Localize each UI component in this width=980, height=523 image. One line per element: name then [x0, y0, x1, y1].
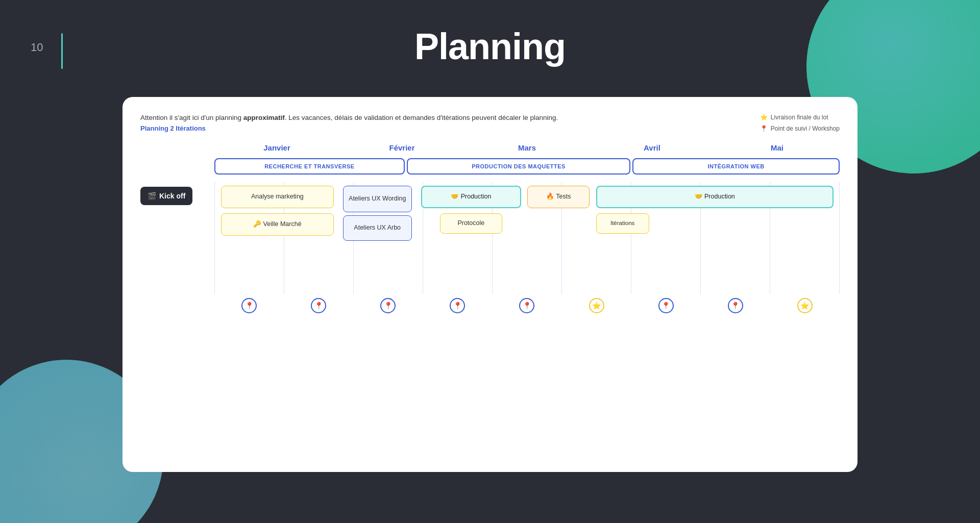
milestone-col-4: 📍: [423, 298, 492, 313]
task-production-2: 🤝 Production: [596, 186, 834, 208]
task-protocole: Protocole: [440, 213, 502, 234]
pin-icon-5: 📍: [523, 302, 531, 310]
task-iterations: Itérations: [596, 213, 649, 234]
pin-icon-1: 📍: [245, 302, 254, 310]
star-icon-2: ⭐: [800, 302, 809, 310]
task-analyse-marketing: Analyse marketing: [221, 186, 333, 208]
star-icon-1: ⭐: [592, 302, 601, 310]
tasks-overlay: Analyse marketing 🔑 Veille Marché Atelie…: [215, 182, 840, 294]
kickoff-label: Kick off: [159, 192, 185, 200]
grid-area: 🎬 Kick off Analyse marketing: [140, 182, 840, 294]
milestone-col-6: ⭐: [562, 298, 631, 313]
milestones-row: 📍 📍 📍 📍 📍 ⭐: [140, 298, 840, 313]
left-col: 🎬 Kick off: [140, 182, 214, 294]
milestone-pin-5: 📍: [519, 298, 534, 313]
month-fevrier: Février: [339, 143, 464, 156]
milestone-star-2: ⭐: [797, 298, 813, 313]
milestone-pin-1: 📍: [241, 298, 257, 313]
phases-row: RECHERCHE ET TRANSVERSE PRODUCTION DES M…: [140, 158, 840, 175]
legend-label-2: Point de suivi / Workshop: [771, 123, 840, 135]
month-janvier: Janvier: [214, 143, 339, 156]
grid-columns: Analyse marketing 🔑 Veille Marché Atelie…: [214, 182, 840, 294]
attention-text-before: Attention il s'agit ici d'un planning: [140, 114, 243, 121]
milestone-col-1: 📍: [214, 298, 284, 313]
legend: ⭐ Livraison finale du lot 📍 Point de sui…: [760, 112, 840, 134]
milestone-pin-3: 📍: [380, 298, 396, 313]
planning-card: Attention il s'agit ici d'un planning ap…: [122, 97, 857, 472]
milestone-col-7: 📍: [631, 298, 701, 313]
pin-icon-6: 📍: [662, 302, 670, 310]
task-production-1: 🤝 Production: [421, 186, 521, 208]
milestone-pin-7: 📍: [728, 298, 743, 313]
pin-icon-2: 📍: [314, 302, 323, 310]
milestone-col-2: 📍: [284, 298, 353, 313]
milestone-col-5: 📍: [492, 298, 561, 313]
months-row: Janvier Février Mars Avril Mai: [140, 143, 840, 156]
phase-production-maquettes: PRODUCTION DES MAQUETTES: [407, 158, 630, 175]
kickoff-icon: 🎬: [148, 192, 156, 200]
planning-subtitle: Planning 2 Itérations: [140, 124, 840, 132]
month-mars: Mars: [464, 143, 590, 156]
pin-icon-7: 📍: [731, 302, 740, 310]
milestone-pin-4: 📍: [450, 298, 465, 313]
pin-icon: 📍: [760, 123, 768, 135]
month-mai: Mai: [715, 143, 840, 156]
kickoff-badge: 🎬 Kick off: [140, 187, 192, 205]
attention-text-after: . Les vacances, délais de validation et …: [285, 114, 558, 121]
milestone-col-3: 📍: [353, 298, 423, 313]
task-ateliers-ux-wording: Ateliers UX Wording: [343, 186, 412, 212]
legend-label-1: Livraison finale du lot: [771, 112, 828, 123]
phase-recherche: RECHERCHE ET TRANSVERSE: [214, 158, 405, 175]
milestone-pin-6: 📍: [658, 298, 674, 313]
month-avril: Avril: [590, 143, 715, 156]
milestone-pin-2: 📍: [311, 298, 326, 313]
task-ateliers-ux-arbo: Ateliers UX Arbo: [343, 215, 412, 241]
milestone-star-1: ⭐: [589, 298, 604, 313]
star-icon: ⭐: [760, 112, 768, 123]
pin-icon-4: 📍: [453, 302, 462, 310]
legend-item-1: ⭐ Livraison finale du lot: [760, 112, 840, 123]
legend-item-2: 📍 Point de suivi / Workshop: [760, 123, 840, 135]
page-title: Planning: [0, 26, 980, 67]
milestone-col-8: 📍: [701, 298, 770, 313]
attention-bold: approximatif: [243, 114, 285, 121]
milestone-col-9: ⭐: [770, 298, 840, 313]
pin-icon-3: 📍: [384, 302, 393, 310]
phase-integration: INTÉGRATION WEB: [632, 158, 840, 175]
task-veille-marche: 🔑 Veille Marché: [221, 213, 333, 236]
task-tests: 🔥 Tests: [527, 186, 590, 208]
attention-notice: Attention il s'agit ici d'un planning ap…: [140, 112, 840, 123]
